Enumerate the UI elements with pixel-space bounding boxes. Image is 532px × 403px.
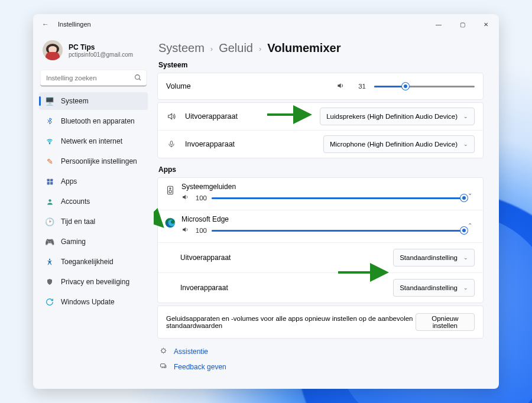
feedback-icon bbox=[160, 362, 168, 372]
search-input[interactable] bbox=[40, 70, 147, 86]
speaker-icon[interactable] bbox=[336, 82, 345, 92]
edge-icon bbox=[164, 216, 177, 229]
sidebar-item-label: Netwerk en internet bbox=[61, 137, 122, 145]
speaker-icon[interactable] bbox=[181, 226, 189, 235]
chevron-down-icon: ⌄ bbox=[463, 141, 468, 147]
svg-point-14 bbox=[161, 349, 166, 353]
chevron-down-icon: ⌄ bbox=[463, 285, 468, 291]
input-device-value: Microphone (High Definition Audio Device… bbox=[330, 141, 458, 148]
sidebar-item-netwerk[interactable]: Netwerk en internet bbox=[39, 132, 148, 150]
sidebar-item-label: Bluetooth en apparaten bbox=[61, 117, 135, 125]
game-icon: 🎮 bbox=[45, 237, 54, 246]
section-systeem: Systeem bbox=[158, 61, 484, 69]
reset-card: Geluidsapparaten en -volumes voor alle a… bbox=[157, 306, 484, 339]
output-label: Uitvoerapparaat bbox=[185, 112, 238, 121]
sidebar-item-label: Systeem bbox=[61, 97, 89, 105]
input-device-dropdown[interactable]: Microphone (High Definition Audio Device… bbox=[323, 135, 475, 153]
profile[interactable]: PC Tips pctipsinfo01@gmail.com bbox=[39, 37, 148, 66]
sidebar-item-gaming[interactable]: 🎮 Gaming bbox=[39, 233, 148, 251]
sidebar-item-apps[interactable]: Apps bbox=[39, 173, 148, 190]
sidebar-item-toegankelijkheid[interactable]: Toegankelijkheid bbox=[39, 253, 148, 271]
sidebar-item-label: Apps bbox=[61, 177, 77, 186]
app-volume-slider[interactable] bbox=[212, 226, 464, 235]
edge-output-dropdown[interactable]: Standaardinstelling ⌄ bbox=[393, 249, 475, 266]
edge-output-row: Uitvoerapparaat Standaardinstelling ⌄ bbox=[158, 242, 483, 272]
volume-label: Volume bbox=[166, 82, 191, 90]
chevron-right-icon: › bbox=[259, 44, 261, 53]
reset-button[interactable]: Opnieuw instellen bbox=[416, 313, 475, 331]
svg-rect-15 bbox=[161, 364, 166, 367]
access-icon bbox=[45, 257, 54, 266]
help-link[interactable]: Assistentie bbox=[160, 347, 484, 356]
sidebar-item-label: Windows Update bbox=[61, 298, 115, 306]
speaker-icon[interactable] bbox=[181, 193, 189, 203]
sidebar-item-label: Gaming bbox=[61, 238, 86, 246]
sidebar-item-bluetooth[interactable]: Bluetooth en apparaten bbox=[39, 112, 148, 130]
volume-row: Volume 31 bbox=[158, 73, 483, 99]
sidebar-item-label: Accounts bbox=[61, 197, 90, 206]
app-title: Systeemgeluiden bbox=[181, 183, 464, 191]
svg-point-11 bbox=[170, 188, 171, 189]
volume-slider[interactable] bbox=[374, 82, 475, 90]
minimize-button[interactable]: ― bbox=[427, 14, 450, 34]
reset-text: Geluidsapparaten en -volumes voor alle a… bbox=[166, 315, 416, 329]
back-button[interactable]: ← bbox=[40, 20, 51, 28]
edge-input-row: Invoerapparaat Standaardinstelling ⌄ bbox=[158, 272, 483, 303]
app-microsoft-edge: Microsoft Edge 100 bbox=[158, 210, 483, 303]
avatar bbox=[43, 40, 63, 60]
output-device-value: Luidsprekers (High Definition Audio Devi… bbox=[326, 113, 458, 120]
breadcrumb-geluid[interactable]: Geluid bbox=[219, 41, 253, 55]
sidebar-item-persoonlijk[interactable]: ✎ Persoonlijke instellingen bbox=[39, 152, 148, 170]
maximize-button[interactable]: ▢ bbox=[450, 14, 474, 34]
breadcrumb-systeem[interactable]: Systeem bbox=[158, 41, 205, 55]
svg-point-7 bbox=[48, 199, 51, 202]
svg-point-0 bbox=[135, 75, 140, 80]
svg-point-12 bbox=[169, 190, 172, 193]
section-apps: Apps bbox=[158, 165, 484, 174]
chevron-down-icon: ⌄ bbox=[463, 255, 468, 261]
footer-links: Assistentie Feedback geven bbox=[157, 347, 484, 372]
output-device-row: Uitvoerapparaat Luidsprekers (High Defin… bbox=[158, 103, 483, 130]
svg-point-2 bbox=[49, 143, 50, 144]
io-card: Uitvoerapparaat Luidsprekers (High Defin… bbox=[157, 102, 484, 158]
help-icon bbox=[160, 347, 168, 356]
clock-icon: 🕑 bbox=[45, 217, 54, 226]
sidebar-item-label: Tijd en taal bbox=[61, 217, 95, 226]
system-sounds-icon bbox=[164, 184, 177, 197]
output-device-dropdown[interactable]: Luidsprekers (High Definition Audio Devi… bbox=[320, 108, 475, 125]
sidebar-item-tijd[interactable]: 🕑 Tijd en taal bbox=[39, 213, 148, 230]
edge-output-value: Standaardinstelling bbox=[400, 254, 458, 261]
edge-input-value: Standaardinstelling bbox=[400, 284, 458, 291]
brush-icon: ✎ bbox=[45, 157, 54, 166]
profile-name: PC Tips bbox=[69, 43, 133, 51]
bluetooth-icon bbox=[45, 116, 54, 126]
search-box[interactable] bbox=[40, 70, 147, 86]
chevron-right-icon: › bbox=[210, 44, 213, 53]
feedback-link[interactable]: Feedback geven bbox=[160, 362, 484, 372]
svg-rect-5 bbox=[47, 182, 49, 184]
main-pane: Systeem › Geluid › Volumemixer Systeem V… bbox=[154, 34, 499, 389]
sidebar-item-update[interactable]: Windows Update bbox=[39, 293, 148, 311]
apps-icon bbox=[45, 177, 54, 186]
window-title: Instellingen bbox=[58, 21, 91, 28]
app-title: Microsoft Edge bbox=[181, 215, 464, 223]
speaker-icon bbox=[166, 112, 177, 121]
svg-point-8 bbox=[49, 259, 50, 260]
edge-input-dropdown[interactable]: Standaardinstelling ⌄ bbox=[393, 279, 475, 297]
breadcrumb-volumemixer: Volumemixer bbox=[267, 41, 340, 55]
app-volume-value: 100 bbox=[194, 227, 207, 234]
profile-email: pctipsinfo01@gmail.com bbox=[69, 51, 133, 58]
close-button[interactable]: ✕ bbox=[474, 14, 498, 34]
app-volume-slider[interactable] bbox=[212, 194, 464, 202]
system-card: Volume 31 bbox=[157, 73, 484, 100]
update-icon bbox=[45, 297, 54, 307]
svg-rect-9 bbox=[170, 141, 173, 145]
titlebar: ← Instellingen ― ▢ ✕ bbox=[33, 14, 499, 34]
sidebar-item-privacy[interactable]: Privacy en beveiliging bbox=[39, 273, 148, 291]
sidebar-item-accounts[interactable]: Accounts bbox=[39, 193, 148, 210]
apps-card: Systeemgeluiden 100 ⌄ bbox=[157, 177, 484, 303]
sidebar-item-systeem[interactable]: 🖥️ Systeem bbox=[39, 92, 148, 110]
chevron-down-icon: ⌄ bbox=[463, 113, 468, 119]
sidebar-item-label: Persoonlijke instellingen bbox=[61, 157, 137, 165]
sidebar-item-label: Privacy en beveiliging bbox=[61, 278, 129, 286]
